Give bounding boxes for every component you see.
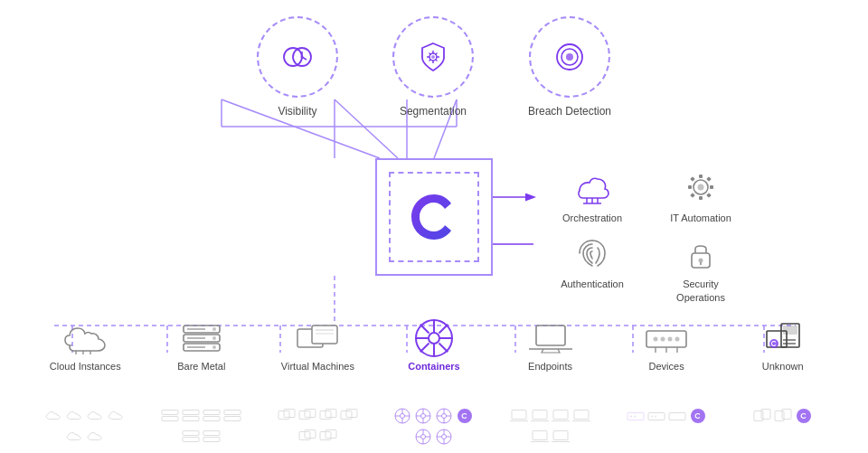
virtual-machines-label: Virtual Machines — [281, 361, 354, 372]
vm-mini-group — [268, 407, 367, 446]
mini-cloud-3 — [87, 407, 105, 425]
svg-point-58 — [212, 327, 216, 331]
mini-container-5 — [435, 428, 453, 446]
svg-point-84 — [675, 337, 680, 342]
svg-point-138 — [421, 435, 426, 439]
svg-point-162 — [630, 416, 632, 418]
svg-rect-80 — [646, 331, 686, 347]
bare-metal-label: Bare Metal — [177, 361, 225, 372]
svg-rect-78 — [536, 326, 565, 345]
virtual-machines-node: Virtual Machines — [268, 321, 367, 372]
svg-rect-50 — [690, 193, 695, 198]
mini-vm-1 — [278, 407, 296, 425]
svg-rect-100 — [224, 411, 241, 415]
svg-line-34 — [429, 59, 430, 61]
svg-line-32 — [435, 59, 437, 61]
unknown-mini-group — [733, 407, 833, 446]
svg-rect-49 — [706, 176, 712, 182]
mini-device-2 — [647, 407, 665, 425]
mini-vm-2 — [298, 407, 316, 425]
svg-rect-97 — [183, 417, 199, 421]
circle-node-breach: Breach Detection — [528, 16, 611, 118]
endpoints-label: Endpoints — [528, 361, 572, 372]
svg-rect-167 — [669, 413, 685, 420]
endpoint-mini-group — [501, 407, 600, 446]
unknown-node: Unknown — [733, 321, 833, 372]
containers-icon — [412, 321, 456, 355]
svg-line-74 — [420, 325, 429, 334]
svg-rect-48 — [690, 176, 695, 182]
mini-server-6 — [203, 428, 221, 446]
cloud-instances-label: Cloud Instances — [50, 361, 121, 372]
mini-endpoint-1 — [510, 407, 528, 425]
svg-rect-44 — [699, 175, 703, 178]
svg-point-168 — [691, 409, 705, 423]
mini-server-5 — [182, 428, 200, 446]
cloud-instances-node: Cloud Instances — [35, 321, 135, 372]
svg-rect-95 — [162, 417, 178, 421]
mini-endpoint-2 — [531, 407, 549, 425]
svg-rect-90 — [783, 326, 797, 335]
svg-rect-153 — [553, 411, 568, 420]
svg-rect-96 — [183, 411, 199, 415]
bottom-row: Cloud Instances Bare Metal — [0, 321, 868, 372]
it-automation-icon — [681, 167, 721, 207]
mini-server-2 — [182, 407, 200, 425]
security-ops-node: Security Operations — [660, 233, 741, 304]
svg-rect-171 — [775, 411, 784, 421]
svg-rect-101 — [224, 417, 241, 421]
mini-device-3 — [668, 407, 686, 425]
mini-endpoint-4 — [572, 407, 590, 425]
svg-rect-102 — [183, 431, 199, 436]
svg-rect-98 — [203, 411, 220, 415]
mini-cloud-1 — [45, 407, 63, 425]
svg-point-59 — [212, 336, 216, 340]
breach-label: Breach Detection — [528, 105, 611, 118]
svg-line-31 — [429, 53, 430, 55]
devices-node: Devices — [617, 321, 716, 372]
devices-mini-group — [617, 407, 716, 446]
bare-metal-node: Bare Metal — [152, 321, 251, 372]
svg-rect-155 — [574, 411, 589, 420]
orchestration-icon — [572, 167, 612, 207]
svg-rect-151 — [533, 411, 547, 420]
orchestration-node: Orchestration — [552, 167, 633, 224]
mini-cloud-6 — [87, 428, 105, 446]
svg-point-60 — [212, 345, 216, 349]
cloud-mini-group — [35, 407, 135, 446]
authentication-node: Authentication — [552, 233, 633, 304]
svg-point-166 — [655, 416, 656, 418]
svg-rect-169 — [754, 411, 763, 421]
segmentation-label: Segmentation — [400, 105, 467, 118]
mini-container-1 — [393, 407, 411, 425]
svg-rect-149 — [512, 411, 526, 420]
segmentation-circle — [392, 16, 474, 98]
mini-endpoint-5 — [531, 428, 549, 446]
svg-line-77 — [420, 344, 429, 353]
circle-node-segmentation: Segmentation — [392, 16, 474, 118]
cloud-instances-icon — [63, 321, 107, 355]
visibility-circle — [257, 16, 338, 98]
svg-rect-47 — [710, 185, 713, 189]
mini-endpoint-3 — [552, 407, 570, 425]
mini-unknown-1 — [753, 407, 771, 425]
mini-endpoint-6 — [552, 428, 570, 446]
mini-vm-6 — [319, 428, 337, 446]
svg-rect-105 — [203, 438, 220, 442]
mini-cloud-4 — [108, 407, 126, 425]
mini-unknown-c — [795, 407, 813, 425]
svg-point-173 — [797, 409, 811, 423]
mini-container-c — [456, 407, 474, 425]
svg-rect-170 — [761, 410, 770, 420]
security-ops-icon — [681, 233, 721, 273]
mini-container-4 — [414, 428, 432, 446]
svg-point-37 — [566, 53, 573, 61]
svg-point-24 — [300, 56, 303, 59]
containers-label: Containers — [408, 361, 459, 372]
it-automation-label: IT Automation — [670, 212, 731, 224]
mini-container-3 — [435, 407, 453, 425]
svg-point-69 — [429, 333, 439, 344]
svg-point-165 — [651, 416, 653, 418]
svg-rect-104 — [203, 431, 220, 436]
visibility-label: Visibility — [278, 105, 316, 118]
